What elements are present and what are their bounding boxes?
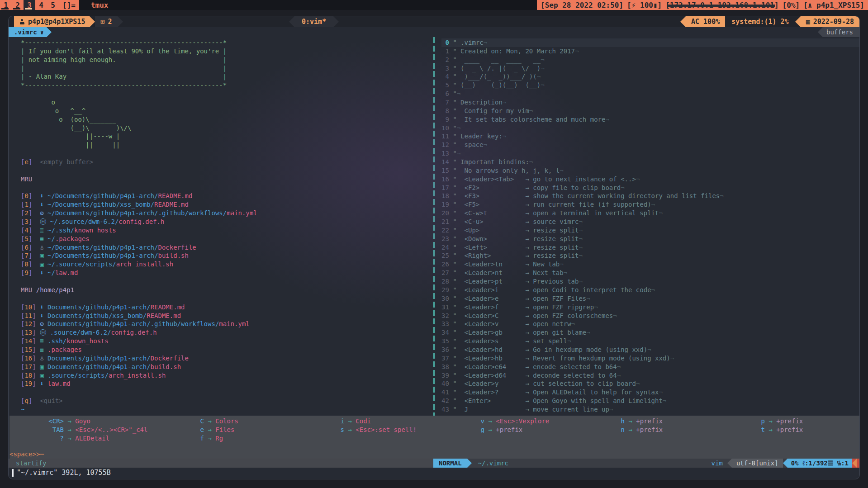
- eol-marker: ¬: [605, 116, 609, 123]
- startify-entry[interactable]: [11] ⬇ Documents/github/xss_bomb/README.…: [21, 312, 181, 319]
- powerline-arrow: [467, 459, 472, 468]
- markdown-icon: ⬇: [40, 201, 43, 208]
- whichkey-binding: s → <Esc>:set spell!: [290, 426, 417, 434]
- startify-entry[interactable]: [4] ≣ ~/.ssh/known_hosts: [21, 227, 116, 234]
- startify-quote-line: *---------------------------------------…: [21, 39, 227, 46]
- line-number: 31: [441, 303, 449, 312]
- text-lines-icon: ≣: [40, 235, 43, 242]
- eol-marker: ¬: [503, 133, 506, 140]
- line-number: 42: [441, 397, 449, 405]
- vimrc-line: 20" <C-w>t → open a terminal in vertical…: [441, 209, 859, 218]
- startify-entry[interactable]: [8] ▣ ~/.source/scripts/arch_install.sh: [21, 261, 173, 268]
- dwm-window-title: tmux: [91, 0, 109, 10]
- eol-marker: ¬: [621, 184, 624, 191]
- startify-entry[interactable]: [12] ⚙ Documents/github/p4p1-arch/.githu…: [21, 320, 250, 327]
- startify-entry[interactable]: [19] ⬇ law.md: [21, 380, 71, 387]
- startify-quote-line: | |: [21, 65, 227, 72]
- whichkey-popup: <CR> → GoyoTAB → <Esc>/<..><CR>"_c4l? → …: [9, 416, 859, 459]
- line-number: 17: [441, 184, 449, 192]
- buffers-chip[interactable]: buffers: [818, 27, 859, 37]
- startify-quote-line: | not aiming high enough. |: [21, 56, 227, 63]
- line-number: 14: [441, 158, 449, 166]
- dwm-tag-5[interactable]: 5: [47, 0, 59, 10]
- startify-entry[interactable]: [6] ⚓ ~/Documents/github/p4p1-arch/Docke…: [21, 244, 196, 251]
- line-number: 34: [441, 328, 449, 337]
- whichkey-binding: h → +prefix: [570, 417, 663, 426]
- markdown-icon: ⬇: [40, 312, 43, 319]
- line-number: 29: [441, 286, 449, 294]
- dwm-tag-3[interactable]: 3: [24, 0, 35, 10]
- mode-indicator: NORMAL: [433, 459, 467, 468]
- status-clock: [Sep 28 2022 02:50]: [541, 1, 623, 9]
- startify-entry[interactable]: [q] <quit>: [21, 397, 63, 404]
- startify-entry[interactable]: [18] ▣ .source/scripts/arch_install.sh: [21, 372, 166, 379]
- whichkey-column: <CR> → GoyoTAB → <Esc>/<..><CR>"_c4l? → …: [9, 417, 147, 443]
- startify-entry[interactable]: [3] Ⓗ ~/.source/dwm-6.2/config.def.h: [21, 218, 164, 225]
- vimrc-line: 6"¬: [441, 90, 859, 98]
- vim-statusline: startify NORMAL ~/.vimrc vim utf-8[unix]…: [9, 459, 859, 468]
- whichkey-column: C → Colorse → Filesf → Rg: [150, 417, 238, 443]
- line-number: 40: [441, 379, 449, 388]
- dwm-tags: 12345: [0, 0, 59, 10]
- startify-entry[interactable]: [17] ▣ Documents/github/p4p1-arch/build.…: [21, 363, 181, 370]
- shell-terminal-icon: ▣: [40, 363, 43, 370]
- startify-entry[interactable]: [1] ⬇ ~/Documents/github/xss_bomb/README…: [21, 201, 189, 208]
- ac-power-indicator: AC 100%: [686, 16, 725, 27]
- eol-marker: ¬: [586, 329, 590, 336]
- vimrc-line: 39" <Leader>d64 → deconde selected to 64…: [441, 371, 859, 380]
- startify-entry[interactable]: [15] ≣ .packages: [21, 346, 82, 353]
- buffer-tab-vimrc[interactable]: .vimrc ∨: [9, 27, 47, 37]
- whichkey-binding: v → <Esc>:Vexplore: [430, 417, 549, 426]
- startify-pane[interactable]: *---------------------------------------…: [21, 38, 257, 414]
- eol-marker: ¬: [663, 397, 666, 404]
- startify-entry[interactable]: [7] ▣ ~/Documents/github/p4p1-arch/build…: [21, 252, 189, 259]
- vimrc-line: 25" <Right> → resize split¬: [441, 251, 859, 260]
- vertical-split-separator[interactable]: [433, 37, 435, 416]
- line-number: 27: [441, 269, 449, 277]
- line-number: 3: [441, 64, 449, 73]
- startify-entry[interactable]: [16] ⚓ Documents/github/p4p1-arch/Docker…: [21, 355, 189, 362]
- vimrc-line: 35" <Leader>s → set spell¬: [441, 337, 859, 346]
- dwm-tag-2[interactable]: 2: [12, 0, 24, 10]
- startify-entry[interactable]: [2] ⚙ ~/Documents/github/p4p1-arch/.gith…: [21, 209, 257, 217]
- whichkey-binding: g → +prefix: [430, 426, 549, 434]
- eol-marker: ¬: [651, 286, 655, 294]
- vimrc-line: 34" <Leader>gb → open git blame¬: [441, 328, 859, 337]
- powerline-arrow: [795, 16, 801, 27]
- shell-terminal-icon: ▣: [40, 261, 43, 268]
- statusline-filename: ~/.vimrc: [478, 460, 508, 467]
- startify-entry[interactable]: [e] <empty buffer>: [21, 158, 93, 166]
- line-number: 38: [441, 363, 449, 371]
- eol-marker: ¬: [670, 355, 674, 362]
- vimrc-line: 5" (__) (_)(__) (__)¬: [441, 81, 859, 90]
- startify-entry[interactable]: [14] ≣ .ssh/known_hosts: [21, 337, 109, 345]
- startify-entry[interactable]: [5] ≣ ~/.packages: [21, 235, 90, 242]
- vimrc-line: 14" Important bindins:¬: [441, 158, 859, 166]
- text-lines-icon: ≣: [40, 337, 43, 345]
- tmux-session-segment[interactable]: p4p1@p4p1XPS15: [14, 16, 90, 27]
- tmux-current-window[interactable]: 0:vim*: [289, 16, 339, 27]
- statusline-right-window: NORMAL ~/.vimrc vim utf-8[unix] 0% ℓ:1/3…: [433, 459, 859, 468]
- dwm-tag-1[interactable]: 1: [0, 0, 12, 10]
- vimrc-pane[interactable]: 0" .vimrc¬1" Created on: Mon, 20 March 2…: [441, 38, 859, 414]
- eol-marker: ¬: [594, 303, 598, 311]
- startify-entry[interactable]: [10] ⬇ Documents/github/p4p1-arch/README…: [21, 303, 185, 311]
- line-number: 33: [441, 320, 449, 328]
- eol-marker: ¬: [457, 124, 460, 132]
- shell-terminal-icon: ▣: [40, 252, 43, 259]
- dwm-layout-symbol[interactable]: []=: [59, 0, 79, 10]
- statusline-left-window: startify: [9, 459, 433, 468]
- vimrc-line: 40" <Leader>y → cut selection to clip bo…: [441, 379, 859, 388]
- eol-marker: ¬: [720, 192, 723, 199]
- eol-marker: ¬: [529, 107, 533, 114]
- eol-marker: ¬: [537, 73, 541, 80]
- eol-marker: ¬: [613, 312, 617, 319]
- statusline-filetype: vim: [711, 459, 727, 468]
- vimrc-line: 4" )___/(_ _))___/ )(¬: [441, 72, 859, 81]
- dwm-tag-4[interactable]: 4: [35, 0, 47, 10]
- eol-marker: ¬: [636, 380, 640, 387]
- startify-entry[interactable]: [13] Ⓗ .source/dwm-6.2/config.def.h: [21, 329, 157, 336]
- startify-entry[interactable]: [0] ⬇ ~/Documents/github/p4p1-arch/READM…: [21, 192, 192, 199]
- arrow-icon: →: [204, 417, 215, 425]
- startify-entry[interactable]: [9] ⬇ ~/law.md: [21, 269, 78, 276]
